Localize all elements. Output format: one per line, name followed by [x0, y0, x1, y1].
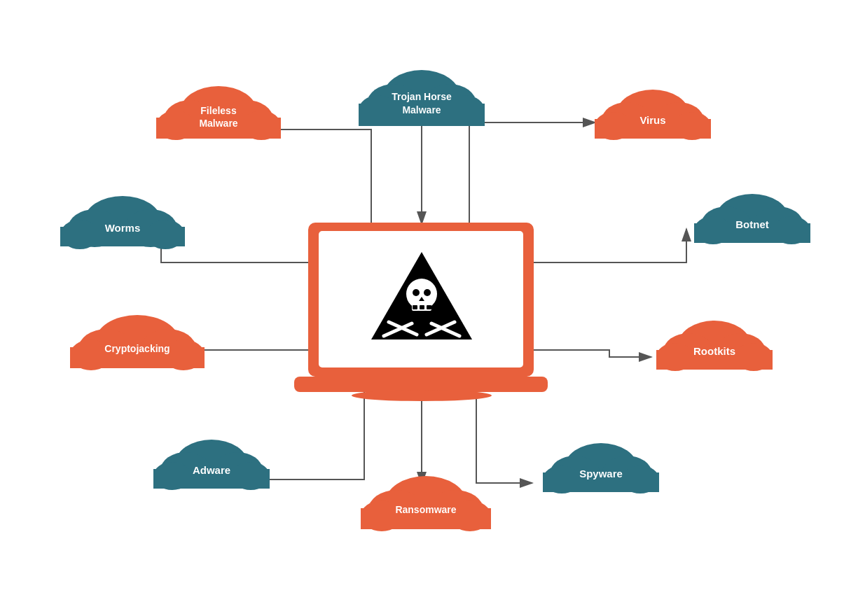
- svg-point-42: [449, 500, 491, 531]
- svg-point-34: [543, 465, 581, 493]
- diagram-container: Trojan Horse Malware Virus Botnet: [0, 0, 844, 616]
- svg-point-59: [84, 196, 161, 246]
- svg-text:Adware: Adware: [193, 464, 230, 476]
- svg-text:Trojan Horse: Trojan Horse: [392, 91, 452, 102]
- svg-rect-7: [359, 104, 485, 126]
- svg-text:Rootkits: Rootkits: [693, 345, 735, 357]
- skull-nose: [419, 297, 424, 301]
- arrow-spyware: [476, 388, 532, 483]
- skull-tooth3: [427, 305, 431, 309]
- arrow-cryptojacking: [175, 350, 308, 354]
- svg-point-40: [427, 490, 483, 529]
- crossbone1: [389, 322, 417, 335]
- svg-point-38: [385, 476, 466, 529]
- svg-point-4: [423, 84, 476, 123]
- arrow-worms: [161, 234, 308, 262]
- svg-rect-50: [153, 469, 270, 489]
- svg-point-55: [70, 340, 112, 370]
- svg-point-54: [140, 329, 196, 368]
- svg-text:Fileless: Fileless: [200, 105, 237, 116]
- svg-text:Malware: Malware: [199, 118, 237, 129]
- crossbone4: [431, 323, 459, 336]
- crossbone3: [384, 323, 412, 336]
- arrow-rootkits: [532, 350, 651, 357]
- svg-rect-64: [60, 227, 185, 246]
- skull-tooth2: [420, 305, 424, 309]
- svg-point-21: [773, 216, 810, 244]
- svg-text:Ransomware: Ransomware: [395, 504, 456, 515]
- svg-point-70: [242, 111, 281, 140]
- cloud-fileless: Fileless Malware: [156, 86, 281, 140]
- svg-point-20: [694, 216, 732, 244]
- svg-point-47: [212, 452, 263, 489]
- svg-point-5: [359, 95, 398, 126]
- svg-text:Spyware: Spyware: [579, 468, 623, 479]
- svg-text:Cryptojacking: Cryptojacking: [104, 343, 170, 354]
- svg-point-31: [565, 443, 637, 492]
- svg-point-28: [735, 343, 773, 371]
- cloud-rootkits: Rootkits: [656, 321, 773, 371]
- cloud-spyware: Spyware: [543, 443, 659, 493]
- svg-rect-29: [656, 350, 773, 370]
- svg-point-45: [175, 440, 248, 489]
- cloud-cryptojacking: Cryptojacking: [70, 315, 205, 370]
- svg-point-48: [153, 462, 191, 490]
- svg-rect-22: [694, 223, 810, 243]
- svg-point-61: [124, 209, 177, 247]
- svg-point-19: [753, 206, 803, 243]
- svg-rect-15: [595, 119, 711, 139]
- arrow-adware: [245, 388, 364, 479]
- svg-point-67: [164, 100, 217, 138]
- arrow-botnet: [532, 229, 686, 262]
- skull-jaw: [412, 302, 431, 311]
- laptop-base: [294, 377, 548, 392]
- cloud-ransomware: Ransomware: [361, 476, 491, 531]
- svg-point-27: [656, 343, 694, 371]
- svg-point-32: [550, 456, 600, 492]
- svg-point-66: [180, 86, 257, 138]
- svg-point-6: [445, 95, 485, 126]
- svg-point-53: [78, 329, 134, 368]
- laptop-screen: [319, 231, 523, 368]
- skull-tooth1: [413, 305, 417, 309]
- crossbone2: [427, 322, 455, 335]
- laptop-outer: [308, 223, 534, 377]
- svg-point-18: [701, 206, 752, 243]
- warning-triangle: [371, 252, 472, 340]
- svg-point-41: [361, 500, 403, 531]
- svg-text:Worms: Worms: [105, 222, 141, 234]
- svg-point-24: [678, 321, 751, 370]
- svg-point-69: [156, 111, 195, 140]
- svg-point-35: [621, 465, 659, 493]
- laptop-bottom: [352, 390, 492, 401]
- svg-point-63: [146, 220, 185, 249]
- svg-text:Botnet: Botnet: [735, 218, 769, 230]
- skull-head: [406, 279, 437, 309]
- svg-point-17: [716, 194, 789, 243]
- svg-point-60: [68, 209, 121, 247]
- svg-point-26: [715, 333, 766, 370]
- cloud-adware: Adware: [153, 440, 270, 490]
- cloud-virus: Virus: [595, 90, 711, 140]
- arrow-fileless: [256, 130, 371, 231]
- diagram-svg: Trojan Horse Malware Virus Botnet: [0, 0, 844, 616]
- svg-point-10: [616, 90, 689, 139]
- svg-text:Malware: Malware: [402, 104, 441, 115]
- svg-point-3: [367, 84, 420, 123]
- svg-point-68: [220, 100, 273, 138]
- skull-eye-right: [424, 289, 431, 296]
- svg-rect-71: [156, 118, 281, 139]
- svg-point-39: [368, 490, 424, 529]
- arrow-virus: [469, 122, 595, 231]
- svg-point-52: [95, 315, 179, 368]
- skull-eye-left: [413, 289, 420, 296]
- svg-point-12: [653, 102, 704, 139]
- svg-point-33: [602, 456, 652, 492]
- svg-point-46: [160, 452, 211, 489]
- svg-point-62: [60, 220, 99, 249]
- svg-point-2: [383, 70, 460, 123]
- svg-rect-36: [543, 472, 659, 492]
- svg-point-25: [663, 333, 714, 370]
- svg-rect-43: [361, 508, 491, 529]
- svg-point-11: [602, 102, 652, 139]
